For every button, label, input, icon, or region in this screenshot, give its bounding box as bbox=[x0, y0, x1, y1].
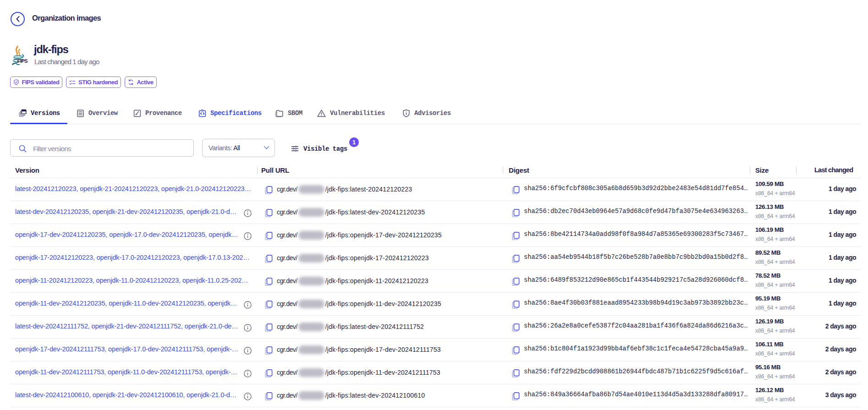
svg-text:FIPS: FIPS bbox=[17, 58, 28, 64]
